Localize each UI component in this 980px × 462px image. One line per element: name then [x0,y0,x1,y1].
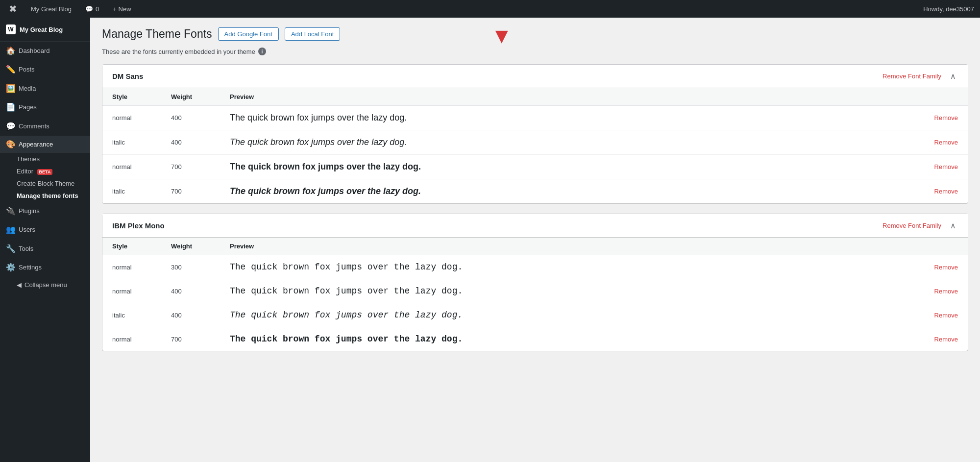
info-icon: i [258,48,266,55]
create-block-theme-label: Create Block Theme [17,180,74,187]
page-header: Manage Theme Fonts Add Google Font Add L… [102,27,968,41]
collapse-label: Collapse menu [24,281,67,289]
editor-beta-badge: beta [37,169,53,175]
font-card-dm-sans: DM Sans Remove Font Family ∧ Style Weigh… [102,64,968,204]
pages-icon: 📄 [6,102,15,113]
preview-cell: The quick brown fox jumps over the lazy … [220,327,925,351]
sidebar-item-users[interactable]: 👥 Users [0,220,90,239]
style-cell: normal [102,155,161,179]
preview-cell: The quick brown fox jumps over the lazy … [220,155,925,179]
users-icon: 👥 [6,224,15,235]
weight-cell: 700 [161,155,220,179]
style-cell: normal [102,327,161,351]
posts-icon: ✏️ [6,64,15,75]
sidebar-item-comments[interactable]: 💬 Comments [0,117,90,136]
remove-font-button[interactable]: Remove [934,188,958,195]
font-table-ibm-plex-mono: Style Weight Preview normal 300 The quic… [102,237,968,351]
appearance-icon: 🎨 [6,140,15,149]
action-cell: Remove [925,255,968,279]
sidebar-item-media[interactable]: 🖼️ Media [0,79,90,98]
sidebar-item-manage-theme-fonts[interactable]: Manage theme fonts [0,190,90,202]
sidebar: W My Great Blog 🏠 Dashboard ✏️ Posts 🖼️ … [0,18,90,462]
remove-font-button[interactable]: Remove [934,312,958,319]
sidebar-item-posts[interactable]: ✏️ Posts [0,60,90,79]
plugins-icon: 🔌 [6,206,15,217]
admin-bar: ✖ My Great Blog 💬 0 + New Howdy, dee3500… [0,0,980,18]
adminbar-right: Howdy, dee35007 [923,5,974,13]
appearance-label: Appearance [19,141,53,148]
new-item[interactable]: + New [110,0,134,18]
page-title: Manage Theme Fonts [102,27,212,41]
sidebar-item-settings[interactable]: ⚙️ Settings [0,258,90,277]
action-cell: Remove [925,303,968,327]
remove-font-button[interactable]: Remove [934,264,958,271]
sidebar-item-create-block-theme[interactable]: Create Block Theme [0,177,90,190]
comments-label: Comments [19,122,49,131]
weight-cell: 700 [161,179,220,204]
sidebar-menu: 🏠 Dashboard ✏️ Posts 🖼️ Media 📄 Pages 💬 … [0,42,90,136]
table-row: italic 400 The quick brown fox jumps ove… [102,303,968,327]
sidebar-item-tools[interactable]: 🔧 Tools [0,240,90,258]
site-name-item[interactable]: My Great Blog [28,0,74,18]
col-header-style: Style [102,238,161,255]
pages-label: Pages [19,103,37,112]
table-row: normal 700 The quick brown fox jumps ove… [102,327,968,351]
users-label: Users [19,225,35,234]
sidebar-item-themes[interactable]: Themes [0,153,90,165]
preview-text: The quick brown fox jumps over the lazy … [230,186,421,196]
remove-dm-sans-family-button[interactable]: Remove Font Family [882,73,941,80]
media-icon: 🖼️ [6,83,15,94]
weight-cell: 400 [161,279,220,303]
sidebar-item-pages[interactable]: 📄 Pages [0,98,90,117]
action-cell: Remove [925,130,968,155]
main-content: ▼ Manage Theme Fonts Add Google Font Add… [90,18,980,462]
layout: W My Great Blog 🏠 Dashboard ✏️ Posts 🖼️ … [0,18,980,462]
remove-ibm-plex-mono-family-button[interactable]: Remove Font Family [882,222,941,229]
sidebar-item-plugins[interactable]: 🔌 Plugins [0,202,90,220]
add-local-font-button[interactable]: Add Local Font [285,27,340,41]
preview-text: The quick brown fox jumps over the lazy … [230,286,463,296]
tools-icon: 🔧 [6,243,15,254]
sidebar-item-editor[interactable]: Editor beta [0,165,90,177]
comments-item[interactable]: 💬 0 [82,0,102,18]
preview-text: The quick brown fox jumps over the lazy … [230,162,421,171]
table-row: normal 300 The quick brown fox jumps ove… [102,255,968,279]
preview-cell: The quick brown fox jumps over the lazy … [220,255,925,279]
col-header-weight: Weight [161,88,220,106]
sidebar-item-appearance[interactable]: 🎨 Appearance [0,136,90,153]
sidebar-site-name[interactable]: W My Great Blog [0,18,90,42]
remove-font-button[interactable]: Remove [934,288,958,295]
sidebar-item-dashboard[interactable]: 🏠 Dashboard [0,42,90,60]
table-row: normal 400 The quick brown fox jumps ove… [102,279,968,303]
manage-theme-fonts-label: Manage theme fonts [17,192,78,199]
preview-text: The quick brown fox jumps over the lazy … [230,310,463,320]
remove-font-button[interactable]: Remove [934,336,958,343]
themes-label: Themes [17,155,40,163]
sidebar-collapse-menu[interactable]: ◀ Collapse menu [0,277,90,292]
table-row: italic 700 The quick brown fox jumps ove… [102,179,968,204]
preview-cell: The quick brown fox jumps over the lazy … [220,106,925,130]
font-card-dm-sans-header: DM Sans Remove Font Family ∧ [102,65,968,88]
style-cell: italic [102,130,161,155]
remove-font-button[interactable]: Remove [934,163,958,170]
posts-label: Posts [19,65,35,74]
table-row: normal 400 The quick brown fox jumps ove… [102,106,968,130]
remove-font-button[interactable]: Remove [934,139,958,146]
font-card-ibm-plex-mono: IBM Plex Mono Remove Font Family ∧ Style… [102,214,968,351]
remove-font-button[interactable]: Remove [934,114,958,122]
description-text: These are the fonts currently embedded i… [102,48,255,55]
add-google-font-button[interactable]: Add Google Font [218,27,279,41]
action-cell: Remove [925,155,968,179]
site-icon: W [6,24,16,34]
font-family-name-dm-sans: DM Sans [112,72,143,80]
style-cell: normal [102,106,161,130]
collapse-dm-sans-button[interactable]: ∧ [948,72,958,81]
table-row: italic 400 The quick brown fox jumps ove… [102,130,968,155]
media-label: Media [19,84,36,93]
preview-cell: The quick brown fox jumps over the lazy … [220,279,925,303]
wp-logo-item[interactable]: ✖ [6,0,20,18]
plugins-label: Plugins [19,207,40,216]
font-family-name-ibm-plex-mono: IBM Plex Mono [112,221,165,230]
collapse-ibm-plex-mono-button[interactable]: ∧ [948,221,958,230]
new-label: + New [113,5,131,13]
